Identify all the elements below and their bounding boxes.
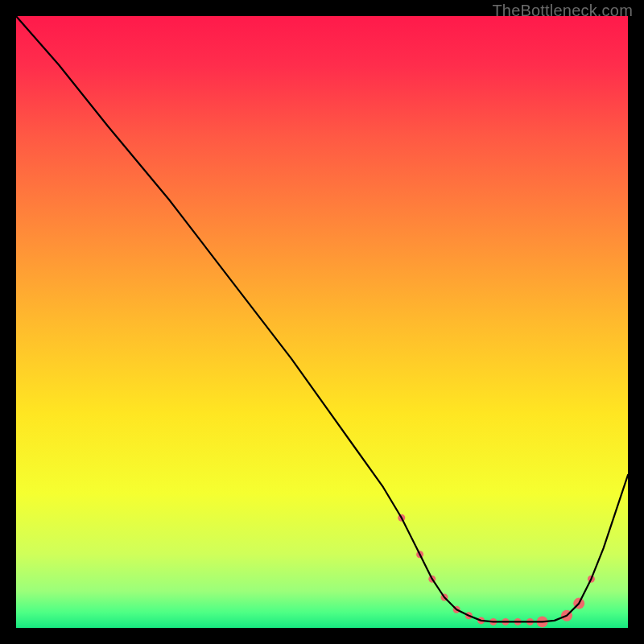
chart-svg [16, 16, 628, 628]
chart-container: TheBottleneck.com [0, 0, 644, 644]
gradient-background [16, 16, 628, 628]
plot-area [16, 16, 628, 628]
